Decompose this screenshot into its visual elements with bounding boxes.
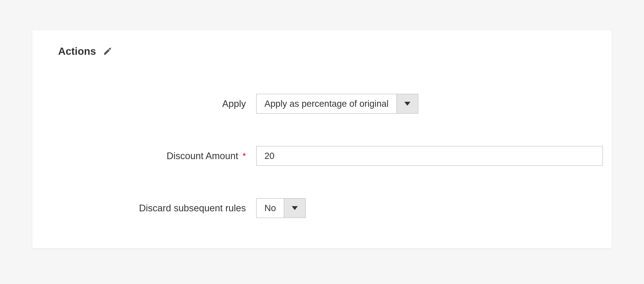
required-asterisk: * bbox=[242, 151, 246, 161]
chevron-down-icon bbox=[404, 102, 410, 106]
actions-panel: Actions Apply Apply as percentage of ori… bbox=[32, 30, 612, 248]
discount-amount-input[interactable] bbox=[256, 146, 603, 166]
apply-select-arrow[interactable] bbox=[396, 94, 418, 113]
discount-amount-label-wrap: Discount Amount * bbox=[58, 151, 256, 161]
chevron-down-icon bbox=[292, 206, 298, 210]
apply-select-value: Apply as percentage of original bbox=[257, 94, 396, 113]
discard-subsequent-label: Discard subsequent rules bbox=[139, 203, 246, 213]
discount-amount-control-wrap bbox=[256, 146, 603, 166]
apply-label: Apply bbox=[222, 98, 246, 109]
section-title: Actions bbox=[58, 45, 96, 57]
field-row-apply: Apply Apply as percentage of original bbox=[58, 94, 586, 114]
discount-amount-label: Discount Amount bbox=[167, 151, 238, 161]
apply-select[interactable]: Apply as percentage of original bbox=[256, 94, 418, 114]
discard-subsequent-select-value: No bbox=[257, 199, 284, 218]
section-header: Actions bbox=[58, 45, 586, 57]
svg-point-0 bbox=[110, 48, 111, 49]
field-row-discount-amount: Discount Amount * bbox=[58, 146, 586, 166]
discard-subsequent-control-wrap: No bbox=[256, 198, 586, 218]
field-row-discard-subsequent: Discard subsequent rules No bbox=[58, 198, 586, 218]
discard-subsequent-select[interactable]: No bbox=[256, 198, 306, 218]
apply-control-wrap: Apply as percentage of original bbox=[256, 94, 586, 114]
discard-subsequent-select-arrow[interactable] bbox=[284, 199, 305, 218]
apply-label-wrap: Apply bbox=[58, 98, 256, 109]
discard-subsequent-label-wrap: Discard subsequent rules bbox=[58, 203, 256, 213]
pencil-icon[interactable] bbox=[103, 47, 112, 56]
